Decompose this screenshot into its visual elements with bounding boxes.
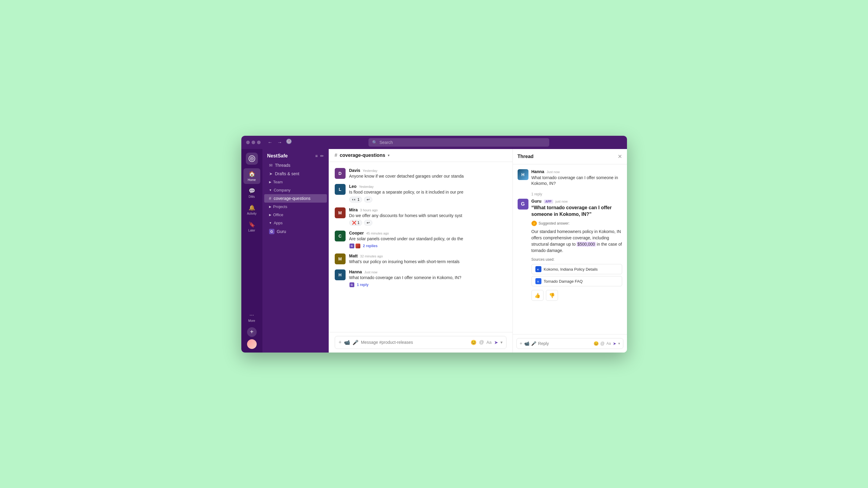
kokomo-icon-svg: K [536, 267, 540, 271]
workspace-logo[interactable] [246, 153, 258, 165]
reply-add-button[interactable]: + [520, 341, 522, 346]
reply-avatars: G [349, 243, 361, 249]
reply-at-button[interactable]: @ [600, 341, 605, 346]
avatar: M [335, 207, 346, 218]
replies-row[interactable]: G 2 replies [349, 243, 506, 249]
sidebar-app-guru[interactable]: G Guru [264, 227, 327, 236]
minimize-dot[interactable] [252, 140, 255, 144]
avatar: H [335, 269, 346, 280]
emoji-button[interactable]: 😊 [471, 339, 477, 345]
nav-item-activity[interactable]: 🔔 Activity [243, 202, 260, 218]
sidebar-section-apps[interactable]: ▼ Apps [264, 219, 327, 227]
reply-emoji-button[interactable]: 😊 [593, 341, 599, 346]
source-chip-kokomo[interactable]: K Kokomo, Indiana Policy Details [531, 264, 622, 274]
nav-label-later: Later [248, 229, 255, 232]
send-button[interactable]: ➤ [494, 339, 498, 345]
reactions-row: 👀 1 ↩ [349, 197, 506, 203]
nav-label-home: Home [248, 178, 256, 182]
app-badge: APP [544, 200, 553, 203]
reply-input-area: + 📹 🎤 😊 @ Aa ➤ ▾ [513, 334, 627, 353]
channel-label-coverage: coverage-questions [274, 196, 310, 201]
dms-icon: 💬 [249, 188, 255, 194]
message-author: Cooper [349, 231, 364, 235]
message-text: What tornado coverage can I offer someon… [349, 275, 506, 281]
replies-row[interactable]: G 1 reply [349, 282, 506, 288]
table-row: H Hanna Just now What tornado coverage c… [329, 267, 513, 290]
user-avatar[interactable] [247, 339, 257, 349]
nav-item-more[interactable]: ··· More [243, 310, 260, 325]
more-options-button[interactable]: ▾ [500, 340, 502, 345]
reaction-eyes[interactable]: 👀 1 [349, 197, 363, 203]
far-left-nav: 🏠 Home 💬 DMs 🔔 Activity 🔖 Later ··· More [241, 149, 262, 353]
svg-text:K: K [537, 268, 539, 271]
source-label-kokomo: Kokomo, Indiana Policy Details [544, 267, 598, 271]
chat-message-input[interactable] [361, 340, 468, 345]
search-input[interactable] [380, 140, 546, 145]
thread-author-time: Just now [547, 170, 559, 174]
mic-button[interactable]: 🎤 [352, 339, 359, 345]
add-attachment-button[interactable]: + [339, 339, 342, 346]
at-button[interactable]: @ [479, 339, 484, 345]
sidebar-section-projects[interactable]: ▶ Projects [264, 203, 327, 211]
nav-label-more: More [248, 319, 255, 322]
guru-name: Guru [531, 199, 541, 203]
message-header: Davis Yesterday [349, 168, 506, 173]
company-chevron-icon: ▼ [269, 189, 272, 192]
channel-dropdown-arrow[interactable]: ▾ [388, 153, 390, 158]
reaction-emoji: ❌ [352, 221, 356, 225]
format-button[interactable]: Aa [486, 340, 491, 345]
hash-icon: # [269, 196, 272, 201]
maximize-dot[interactable] [257, 140, 260, 144]
reaction-x[interactable]: ❌ 1 [349, 220, 363, 226]
avatar: D [335, 168, 346, 179]
reply-mic-button[interactable]: 🎤 [531, 341, 536, 346]
chat-input-area: + 📹 🎤 😊 @ Aa ➤ ▾ [329, 332, 513, 353]
add-button[interactable]: + [247, 327, 257, 337]
message-header: Cooper 45 minutes ago [349, 231, 506, 235]
nav-item-dms[interactable]: 💬 DMs [243, 185, 260, 201]
reply-avatar-guru: G [349, 243, 354, 249]
nav-controls: ← → 🕐 [267, 138, 292, 146]
sidebar-section-team[interactable]: ▶ Team [264, 178, 327, 186]
sidebar-item-drafts[interactable]: ➤ Drafts & sent [264, 169, 327, 178]
reaction-reply[interactable]: ↩ [364, 197, 372, 203]
reply-video-button[interactable]: 📹 [524, 341, 529, 346]
nav-item-home[interactable]: 🏠 Home [243, 168, 260, 184]
reply-more-button[interactable]: ▾ [618, 341, 620, 346]
sidebar-item-threads[interactable]: ✉ Threads [264, 161, 327, 169]
thread-original-body: Hanna Just now What tornado coverage can… [531, 169, 622, 189]
thumbs-down-button[interactable]: 👎 [546, 290, 558, 301]
close-thread-button[interactable]: ✕ [618, 153, 622, 160]
sources-header: Sources used: [531, 257, 622, 262]
sidebar-edit-button[interactable]: ✏ [320, 154, 324, 158]
close-dot[interactable] [246, 140, 250, 144]
sidebar-channel-coverage-questions[interactable]: # coverage-questions [264, 194, 327, 203]
reply-format-button[interactable]: Aa [607, 341, 611, 346]
video-button[interactable]: 📹 [344, 339, 350, 345]
reply-send-button[interactable]: ➤ [613, 341, 616, 346]
nav-item-later[interactable]: 🔖 Later [243, 219, 260, 234]
source-chip-tornado[interactable]: S Tornado Damage FAQ [531, 276, 622, 286]
search-bar-container[interactable]: 🔍 [369, 138, 549, 147]
lightning-icon: ⚡ [531, 221, 537, 226]
forward-button[interactable]: → [276, 138, 283, 146]
message-header: Hanna Just now [349, 269, 506, 274]
thumbs-up-icon: 👍 [534, 293, 540, 298]
sidebar-filter-button[interactable]: ≡ [315, 154, 317, 158]
reaction-reply[interactable]: ↩ [364, 220, 372, 226]
sidebar-section-office[interactable]: ▶ Office [264, 211, 327, 219]
replies-count-text-hanna: 1 reply [357, 283, 369, 287]
message-text: What's our policy on insuring homes with… [349, 259, 506, 265]
thumbs-up-button[interactable]: 👍 [531, 290, 544, 301]
back-button[interactable]: ← [267, 138, 274, 146]
message-body: Mira 3 hours ago Do we offer any discoun… [349, 207, 506, 226]
thread-original-message: H Hanna Just now What tornado coverage c… [518, 169, 622, 189]
message-author: Davis [349, 168, 360, 173]
sidebar-section-company[interactable]: ▼ Company [264, 186, 327, 194]
main-layout: 🏠 Home 💬 DMs 🔔 Activity 🔖 Later ··· More [241, 149, 627, 353]
reply-input[interactable] [538, 341, 592, 346]
office-chevron-icon: ▶ [269, 213, 272, 217]
message-time: Just now [364, 270, 377, 274]
reply-avatar-guru-2: G [349, 282, 354, 288]
table-row: M Matt 32 minutes ago What's our policy … [329, 251, 513, 267]
